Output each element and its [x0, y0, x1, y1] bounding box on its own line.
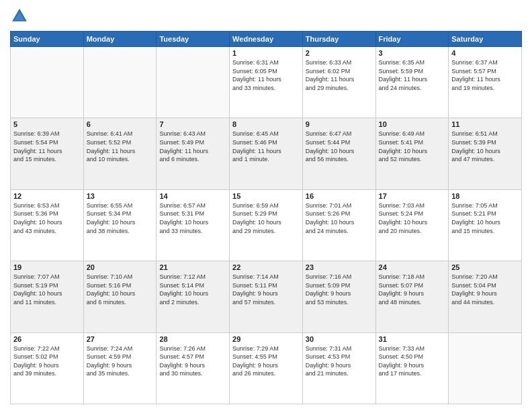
calendar-day-cell: 5Sunrise: 6:39 AM Sunset: 5:54 PM Daylig… — [11, 118, 84, 189]
day-number: 19 — [13, 263, 81, 271]
day-info: Sunrise: 6:33 AM Sunset: 6:02 PM Dayligh… — [306, 58, 373, 92]
day-info: Sunrise: 6:57 AM Sunset: 5:31 PM Dayligh… — [159, 201, 226, 235]
logo-icon — [10, 7, 29, 26]
calendar-day-cell: 10Sunrise: 6:49 AM Sunset: 5:41 PM Dayli… — [375, 118, 449, 189]
day-info: Sunrise: 6:45 AM Sunset: 5:46 PM Dayligh… — [232, 130, 300, 163]
day-number: 15 — [232, 192, 300, 200]
day-number: 13 — [87, 192, 154, 200]
weekday-header-friday: Friday — [375, 32, 449, 47]
calendar-day-cell: 6Sunrise: 6:41 AM Sunset: 5:52 PM Daylig… — [83, 118, 157, 189]
day-info: Sunrise: 7:10 AM Sunset: 5:16 PM Dayligh… — [87, 273, 154, 306]
calendar-table: SundayMondayTuesdayWednesdayThursdayFrid… — [10, 31, 522, 404]
day-number: 30 — [306, 335, 373, 343]
calendar-day-cell: 24Sunrise: 7:18 AM Sunset: 5:07 PM Dayli… — [375, 261, 449, 332]
weekday-header-row: SundayMondayTuesdayWednesdayThursdayFrid… — [11, 32, 522, 47]
day-number: 25 — [451, 263, 519, 271]
calendar-day-cell: 25Sunrise: 7:20 AM Sunset: 5:04 PM Dayli… — [449, 261, 522, 332]
day-info: Sunrise: 7:24 AM Sunset: 4:59 PM Dayligh… — [87, 345, 154, 378]
calendar-page: SundayMondayTuesdayWednesdayThursdayFrid… — [0, 0, 532, 411]
calendar-day-cell: 8Sunrise: 6:45 AM Sunset: 5:46 PM Daylig… — [230, 118, 303, 189]
day-info: Sunrise: 7:31 AM Sunset: 4:53 PM Dayligh… — [306, 345, 373, 378]
calendar-day-cell: 1Sunrise: 6:31 AM Sunset: 6:05 PM Daylig… — [230, 47, 303, 118]
day-info: Sunrise: 7:33 AM Sunset: 4:50 PM Dayligh… — [379, 345, 446, 378]
day-info: Sunrise: 6:39 AM Sunset: 5:54 PM Dayligh… — [13, 130, 81, 163]
day-number: 31 — [379, 335, 446, 343]
day-info: Sunrise: 6:49 AM Sunset: 5:41 PM Dayligh… — [379, 130, 446, 163]
calendar-week-row: 26Sunrise: 7:22 AM Sunset: 5:02 PM Dayli… — [11, 332, 522, 404]
day-info: Sunrise: 7:16 AM Sunset: 5:09 PM Dayligh… — [306, 273, 373, 306]
weekday-header-wednesday: Wednesday — [230, 32, 303, 47]
day-number: 11 — [451, 120, 519, 128]
day-number: 14 — [159, 192, 226, 200]
day-number: 6 — [87, 120, 154, 128]
day-info: Sunrise: 6:51 AM Sunset: 5:39 PM Dayligh… — [451, 130, 519, 163]
calendar-day-cell — [157, 47, 230, 118]
calendar-week-row: 12Sunrise: 6:53 AM Sunset: 5:36 PM Dayli… — [11, 189, 522, 261]
day-number: 2 — [306, 49, 373, 57]
day-info: Sunrise: 6:55 AM Sunset: 5:34 PM Dayligh… — [87, 201, 154, 235]
day-number: 9 — [306, 120, 373, 128]
weekday-header-saturday: Saturday — [449, 32, 522, 47]
calendar-day-cell: 31Sunrise: 7:33 AM Sunset: 4:50 PM Dayli… — [375, 332, 449, 404]
calendar-day-cell: 30Sunrise: 7:31 AM Sunset: 4:53 PM Dayli… — [302, 332, 375, 404]
calendar-day-cell: 18Sunrise: 7:05 AM Sunset: 5:21 PM Dayli… — [449, 189, 522, 261]
day-info: Sunrise: 6:37 AM Sunset: 5:57 PM Dayligh… — [451, 58, 519, 92]
calendar-day-cell: 17Sunrise: 7:03 AM Sunset: 5:24 PM Dayli… — [375, 189, 449, 261]
calendar-day-cell: 9Sunrise: 6:47 AM Sunset: 5:44 PM Daylig… — [302, 118, 375, 189]
calendar-day-cell: 14Sunrise: 6:57 AM Sunset: 5:31 PM Dayli… — [157, 189, 230, 261]
day-number: 28 — [159, 335, 226, 343]
day-info: Sunrise: 7:03 AM Sunset: 5:24 PM Dayligh… — [379, 201, 446, 235]
day-info: Sunrise: 7:01 AM Sunset: 5:26 PM Dayligh… — [306, 201, 373, 235]
calendar-day-cell — [449, 332, 522, 404]
calendar-day-cell: 21Sunrise: 7:12 AM Sunset: 5:14 PM Dayli… — [157, 261, 230, 332]
day-info: Sunrise: 6:53 AM Sunset: 5:36 PM Dayligh… — [13, 201, 81, 235]
day-info: Sunrise: 6:47 AM Sunset: 5:44 PM Dayligh… — [306, 130, 373, 163]
calendar-day-cell: 29Sunrise: 7:29 AM Sunset: 4:55 PM Dayli… — [230, 332, 303, 404]
calendar-day-cell: 12Sunrise: 6:53 AM Sunset: 5:36 PM Dayli… — [11, 189, 84, 261]
day-number: 16 — [306, 192, 373, 200]
day-number: 8 — [232, 120, 300, 128]
day-info: Sunrise: 6:41 AM Sunset: 5:52 PM Dayligh… — [87, 130, 154, 163]
day-number: 29 — [232, 335, 300, 343]
logo — [10, 7, 32, 26]
calendar-week-row: 5Sunrise: 6:39 AM Sunset: 5:54 PM Daylig… — [11, 118, 522, 189]
day-number: 3 — [379, 49, 446, 57]
day-number: 23 — [306, 263, 373, 271]
day-number: 1 — [232, 49, 300, 57]
day-number: 24 — [379, 263, 446, 271]
calendar-week-row: 19Sunrise: 7:07 AM Sunset: 5:19 PM Dayli… — [11, 261, 522, 332]
day-number: 18 — [451, 192, 519, 200]
calendar-day-cell: 3Sunrise: 6:35 AM Sunset: 5:59 PM Daylig… — [375, 47, 449, 118]
day-number: 12 — [13, 192, 81, 200]
calendar-day-cell: 7Sunrise: 6:43 AM Sunset: 5:49 PM Daylig… — [157, 118, 230, 189]
day-info: Sunrise: 7:20 AM Sunset: 5:04 PM Dayligh… — [451, 273, 519, 306]
day-info: Sunrise: 7:14 AM Sunset: 5:11 PM Dayligh… — [232, 273, 300, 306]
day-number: 27 — [87, 335, 154, 343]
calendar-day-cell: 4Sunrise: 6:37 AM Sunset: 5:57 PM Daylig… — [449, 47, 522, 118]
day-number: 7 — [159, 120, 226, 128]
calendar-day-cell: 23Sunrise: 7:16 AM Sunset: 5:09 PM Dayli… — [302, 261, 375, 332]
day-number: 10 — [379, 120, 446, 128]
day-info: Sunrise: 7:26 AM Sunset: 4:57 PM Dayligh… — [159, 345, 226, 378]
day-number: 4 — [451, 49, 519, 57]
day-number: 21 — [159, 263, 226, 271]
weekday-header-monday: Monday — [83, 32, 157, 47]
calendar-day-cell: 19Sunrise: 7:07 AM Sunset: 5:19 PM Dayli… — [11, 261, 84, 332]
day-info: Sunrise: 7:18 AM Sunset: 5:07 PM Dayligh… — [379, 273, 446, 306]
day-info: Sunrise: 6:35 AM Sunset: 5:59 PM Dayligh… — [379, 58, 446, 92]
calendar-day-cell: 11Sunrise: 6:51 AM Sunset: 5:39 PM Dayli… — [449, 118, 522, 189]
calendar-day-cell: 22Sunrise: 7:14 AM Sunset: 5:11 PM Dayli… — [230, 261, 303, 332]
calendar-day-cell: 15Sunrise: 6:59 AM Sunset: 5:29 PM Dayli… — [230, 189, 303, 261]
day-info: Sunrise: 7:07 AM Sunset: 5:19 PM Dayligh… — [13, 273, 81, 306]
calendar-day-cell — [83, 47, 157, 118]
day-info: Sunrise: 7:29 AM Sunset: 4:55 PM Dayligh… — [232, 345, 300, 378]
day-number: 26 — [13, 335, 81, 343]
calendar-day-cell: 16Sunrise: 7:01 AM Sunset: 5:26 PM Dayli… — [302, 189, 375, 261]
calendar-day-cell: 13Sunrise: 6:55 AM Sunset: 5:34 PM Dayli… — [83, 189, 157, 261]
calendar-day-cell: 20Sunrise: 7:10 AM Sunset: 5:16 PM Dayli… — [83, 261, 157, 332]
day-info: Sunrise: 7:12 AM Sunset: 5:14 PM Dayligh… — [159, 273, 226, 306]
day-number: 22 — [232, 263, 300, 271]
weekday-header-sunday: Sunday — [11, 32, 84, 47]
day-number: 20 — [87, 263, 154, 271]
calendar-day-cell: 26Sunrise: 7:22 AM Sunset: 5:02 PM Dayli… — [11, 332, 84, 404]
